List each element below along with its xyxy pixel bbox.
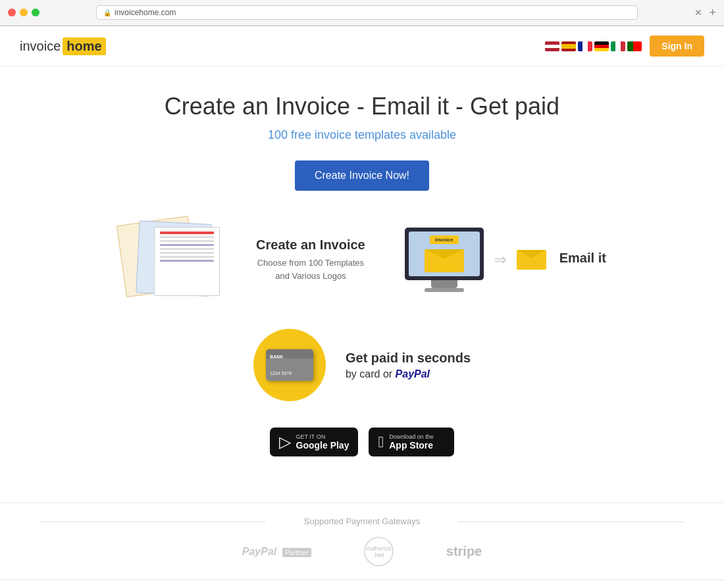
authorize-net-logo: Authorize.Net <box>364 537 394 566</box>
payment-circle: BANK 1234 5678 <box>253 329 326 401</box>
payment-title: Get paid in seconds <box>346 351 471 366</box>
flag-pt[interactable] <box>627 41 642 51</box>
monitor-wrap: Invoice <box>405 228 484 292</box>
bank-card: BANK 1234 5678 <box>266 349 313 381</box>
bank-card-wrap: BANK 1234 5678 <box>266 349 313 381</box>
app-store-text: Download on the App Store <box>389 433 434 451</box>
main-headline: Create an Invoice - Email it - Get paid <box>13 93 711 120</box>
paper-front <box>154 227 220 296</box>
browser-chrome: 🔒 invoicehome.com ✕ + <box>0 0 724 26</box>
email-envelope-icon <box>517 250 546 270</box>
main-subheadline: 100 free invoice templates available <box>13 128 711 142</box>
browser-titlebar: 🔒 invoicehome.com ✕ + <box>0 0 724 26</box>
envelope-flap <box>425 249 464 258</box>
google-play-icon: ▷ <box>279 433 291 451</box>
payment-section: BANK 1234 5678 Get paid in seconds by ca… <box>13 329 711 401</box>
lock-icon: 🔒 <box>103 9 111 16</box>
gateway-title: Supported Payment Gateways <box>39 516 685 526</box>
paypal-text: PayPal <box>396 368 430 380</box>
google-play-text: GET IT ON Google Play <box>296 433 349 451</box>
sign-in-button[interactable]: Sign In <box>650 36 704 57</box>
create-invoice-title: Create an Invoice <box>256 237 365 253</box>
main-content: Create an Invoice - Email it - Get paid … <box>0 66 724 502</box>
payment-gateways-section: Supported Payment Gateways PayPal Partne… <box>0 502 724 579</box>
dot-maximize[interactable] <box>32 9 39 16</box>
footer-section: Choose Your Invoice Template Design <box>0 579 724 588</box>
email-it-title: Email it <box>559 251 606 266</box>
paypal-partner-logo: PayPal Partner <box>242 546 311 558</box>
arrow-symbol: ⇒ <box>494 251 507 269</box>
create-invoice-text: Create an Invoice Choose from 100 Templa… <box>256 237 365 282</box>
gateway-logos: PayPal Partner Authorize.Net stripe <box>39 537 685 566</box>
bank-number: 1234 5678 <box>270 371 292 376</box>
flag-es[interactable] <box>561 41 576 51</box>
flag-us[interactable] <box>545 41 559 51</box>
email-feature: Invoice ⇒ Email it <box>405 228 606 292</box>
bank-label: BANK <box>270 355 283 359</box>
create-invoice-desc: Choose from 100 Templates and Various Lo… <box>257 257 364 282</box>
logo-home-text: home <box>63 37 105 55</box>
envelope-shape <box>425 249 464 272</box>
google-play-button[interactable]: ▷ GET IT ON Google Play <box>270 428 359 456</box>
site-header: invoice home Sign In <box>0 26 724 66</box>
flag-de[interactable] <box>594 41 609 51</box>
dot-minimize[interactable] <box>20 9 28 16</box>
create-invoice-button[interactable]: Create Invoice Now! <box>295 160 429 191</box>
create-feature: Create an Invoice Choose from 100 Templa… <box>118 217 365 303</box>
paper-line-red <box>160 232 214 234</box>
new-tab-button[interactable]: + <box>709 6 716 20</box>
invoice-papers-illustration <box>118 217 236 303</box>
payment-text: Get paid in seconds by card or PayPal <box>346 351 471 380</box>
monitor-stand <box>431 280 457 288</box>
dot-close[interactable] <box>8 9 16 16</box>
header-right: Sign In <box>545 36 704 57</box>
email-illustration: Invoice ⇒ <box>405 228 546 292</box>
apple-icon:  <box>378 433 384 451</box>
stripe-logo: stripe <box>446 544 482 559</box>
monitor-screen: Invoice <box>409 232 480 276</box>
monitor: Invoice <box>405 228 484 280</box>
flag-it[interactable] <box>611 41 625 51</box>
payment-subtitle: by card or PayPal <box>346 368 471 380</box>
address-bar[interactable]: 🔒 invoicehome.com <box>96 5 638 20</box>
monitor-base <box>425 288 464 292</box>
app-store-button[interactable]:  Download on the App Store <box>369 428 454 456</box>
tab-close-button[interactable]: ✕ <box>694 7 702 18</box>
app-buttons: ▷ GET IT ON Google Play  Download on th… <box>13 428 711 456</box>
flag-group <box>545 41 642 51</box>
invoice-label: Invoice <box>430 235 459 244</box>
features-row: Create an Invoice Choose from 100 Templa… <box>13 217 711 303</box>
flag-fr[interactable] <box>578 41 592 51</box>
url-text: invoicehome.com <box>115 8 176 17</box>
website-content: invoice home Sign In Create an Invoice -… <box>0 26 724 588</box>
logo-invoice-text: invoice <box>20 39 61 54</box>
logo[interactable]: invoice home <box>20 37 106 55</box>
